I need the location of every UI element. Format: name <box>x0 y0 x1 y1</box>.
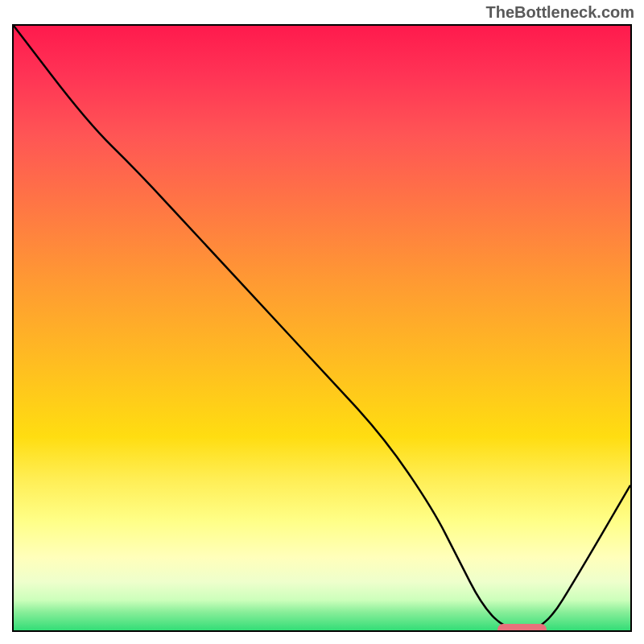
bottleneck-curve-path <box>14 26 630 630</box>
chart-plot-area <box>12 24 632 632</box>
attribution-text: TheBottleneck.com <box>486 3 634 22</box>
optimal-range-marker <box>497 624 547 632</box>
bottleneck-curve-svg <box>14 26 630 630</box>
